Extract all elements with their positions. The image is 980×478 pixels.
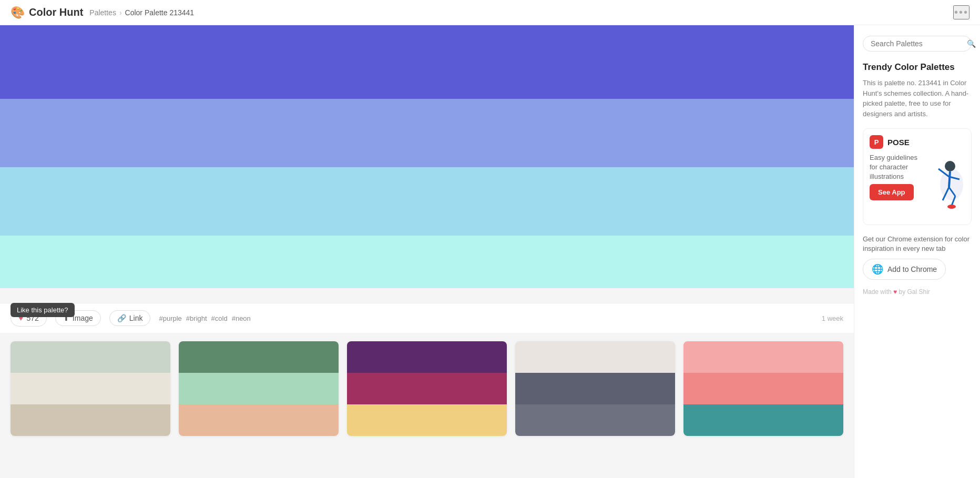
- related-palette-strip: [179, 373, 339, 404]
- sidebar: 🔍 Trendy Color Palettes This is palette …: [854, 25, 980, 478]
- breadcrumb-palettes-link[interactable]: Palettes: [89, 8, 116, 17]
- related-palette-strip: [515, 341, 675, 373]
- related-palette-strip: [179, 404, 339, 436]
- ad-header: P POSE: [870, 135, 965, 149]
- tags: #purple#bright#cold#neon: [159, 314, 250, 322]
- sidebar-description: This is palette no. 213441 in Color Hunt…: [863, 78, 972, 119]
- related-palette-card[interactable]: [515, 341, 675, 436]
- related-palette-strip: [683, 373, 843, 404]
- search-icon: 🔍: [967, 39, 976, 48]
- made-with-label: Made with ♥ by Gal Shir: [863, 288, 972, 296]
- palette-strip: [0, 99, 854, 167]
- pose-ad-title: POSE: [887, 138, 910, 147]
- palette-area: Like this palette? ♥ 572 ⬆ Image 🔗 Link …: [0, 25, 854, 478]
- related-palette-card[interactable]: [11, 341, 170, 436]
- related-palette-card[interactable]: [179, 341, 339, 436]
- search-box: 🔍: [863, 36, 972, 52]
- breadcrumb-separator: ›: [119, 8, 122, 17]
- more-options-button[interactable]: •••: [953, 5, 969, 19]
- main-layout: Like this palette? ♥ 572 ⬆ Image 🔗 Link …: [0, 0, 980, 478]
- pose-see-app-button[interactable]: See App: [870, 184, 914, 200]
- tag-item[interactable]: #purple: [159, 314, 181, 322]
- add-to-chrome-button[interactable]: 🌐 Add to Chrome: [863, 259, 946, 280]
- link-button[interactable]: 🔗 Link: [109, 310, 151, 326]
- svg-point-1: [945, 161, 955, 171]
- logo-icon: 🎨: [11, 6, 25, 19]
- pose-ad-description: Easy guidelines for character illustrati…: [870, 153, 918, 182]
- link-icon: 🔗: [117, 314, 126, 322]
- related-palette-strip: [515, 404, 675, 436]
- palette-strip: [0, 167, 854, 236]
- related-palette-card[interactable]: [347, 341, 507, 436]
- tag-item[interactable]: #cold: [211, 314, 228, 322]
- breadcrumb-current: Color Palette 213441: [125, 8, 195, 17]
- related-palette-strip: [347, 404, 507, 436]
- pose-figure-svg: [923, 153, 965, 216]
- header: 🎨 Color Hunt Palettes › Color Palette 21…: [0, 0, 980, 25]
- breadcrumb: Palettes › Color Palette 213441: [89, 8, 194, 17]
- svg-line-2: [949, 171, 950, 187]
- related-palette-strip: [11, 404, 170, 436]
- related-palette-strip: [347, 341, 507, 373]
- related-palette-strip: [683, 404, 843, 436]
- actions-bar: ♥ 572 ⬆ Image 🔗 Link #purple#bright#cold…: [0, 303, 854, 333]
- tag-item[interactable]: #neon: [232, 314, 251, 322]
- logo-text: Color Hunt: [29, 6, 83, 18]
- pose-figure-illustration: [923, 153, 965, 218]
- related-palette-strip: [683, 341, 843, 373]
- sidebar-title: Trendy Color Palettes: [863, 62, 972, 73]
- chrome-extension-section: Get our Chrome extension for color inspi…: [863, 235, 972, 280]
- tooltip: Like this palette?: [11, 303, 75, 317]
- chrome-icon: 🌐: [872, 263, 883, 275]
- palette-strips: [0, 25, 854, 288]
- related-palette-strip: [347, 373, 507, 404]
- related-palette-strip: [515, 373, 675, 404]
- logo-link[interactable]: 🎨 Color Hunt: [11, 6, 83, 19]
- related-palettes-section: [0, 333, 854, 444]
- related-palette-strip: [11, 341, 170, 373]
- pose-ad-icon: P: [870, 135, 883, 149]
- palette-strip: [0, 236, 854, 288]
- search-input[interactable]: [871, 39, 963, 48]
- chrome-extension-description: Get our Chrome extension for color inspi…: [863, 235, 972, 253]
- related-palette-strip: [179, 341, 339, 373]
- pose-ad-card: P POSE Easy guidelines for character ill…: [863, 128, 972, 225]
- related-palette-card[interactable]: [683, 341, 843, 436]
- related-palette-strip: [11, 373, 170, 404]
- actions-bar-container: Like this palette? ♥ 572 ⬆ Image 🔗 Link …: [0, 303, 854, 333]
- time-label: 1 week: [822, 314, 843, 322]
- heart-decoration: ♥: [893, 288, 897, 296]
- svg-point-8: [947, 205, 956, 209]
- palette-strip: [0, 25, 854, 99]
- tag-item[interactable]: #bright: [186, 314, 207, 322]
